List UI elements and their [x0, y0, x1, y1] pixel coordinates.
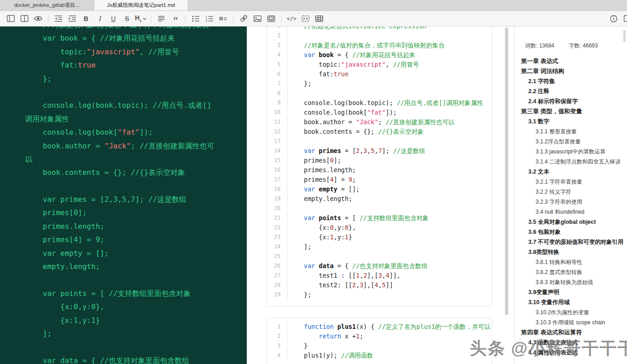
app-window: docker_jenkins_gitlab项目...Js权威指南阅读笔记part… [0, 0, 627, 364]
blockquote-icon[interactable]: “ [168, 13, 182, 25]
line-number: 8 [267, 89, 287, 98]
outline-item[interactable]: 3.8类型转换 [521, 247, 627, 257]
info-icon[interactable] [607, 13, 621, 25]
heading-icon[interactable]: H1 [134, 13, 148, 25]
outline-item[interactable]: 3.7 不可变的原始值和可变的对象引用 [521, 237, 627, 247]
figure-icon[interactable] [264, 13, 278, 25]
toolbar-separator [48, 15, 48, 22]
outline-item[interactable]: 3.8.3 对象转换为原始值 [521, 277, 627, 287]
line-number: 21 [267, 213, 287, 223]
line-number: 20 [267, 204, 287, 213]
outline-item[interactable]: 3.6 包装对象 [521, 227, 627, 237]
source-code: //对象是名/值对的集合，或字符串到值映射的集合 var book = { //… [0, 26, 247, 364]
panel-right-icon[interactable] [621, 13, 627, 25]
outline-item[interactable]: 3.10 变量作用域 [521, 297, 627, 307]
panel-sidebar-icon[interactable] [4, 13, 17, 25]
code-line: 16primes.length; [267, 165, 492, 175]
line-number: 4 [267, 351, 287, 360]
code-line: 1function plus1(x) { //定义了名为plus1的一个函数，并… [267, 322, 492, 332]
line-number: 17 [267, 175, 287, 185]
outline-item[interactable]: 3.1.3 javascript中的算数运算 [521, 147, 627, 157]
outline-item[interactable]: 3.8.1 转换和相等性 [521, 257, 627, 267]
code-icon[interactable]: </> [285, 13, 298, 25]
outline-item[interactable]: 3.10.3 作用域链 scope chain [521, 317, 627, 327]
outline-item[interactable]: 3.10.2作为属性的变量 [521, 307, 627, 317]
line-number: 14 [267, 146, 287, 156]
outline-item[interactable]: 3.5 全局对象global object [521, 217, 627, 227]
outline-item[interactable]: 3.4 null 和undefined [521, 207, 627, 217]
outline-item[interactable]: 第二章 词法结构 [521, 66, 627, 76]
code-block-icon[interactable] [298, 13, 312, 25]
source-editor-pane[interactable]: //对象是名/值对的集合，或字符串到值映射的集合 var book = { //… [0, 26, 247, 364]
task-list-icon[interactable] [216, 13, 230, 25]
line-number: 4 [267, 50, 287, 60]
line-number: 3 [267, 341, 287, 351]
outline-item[interactable]: 2.2 注释 [521, 86, 627, 96]
outline-item[interactable]: 第四章 表达式和运算符 [521, 327, 627, 338]
tabbar-empty [188, 0, 627, 11]
editor-line: primes[0]; [25, 206, 243, 219]
table-icon[interactable] [312, 13, 326, 25]
outline-item[interactable]: 第一章 表达式 [521, 56, 627, 66]
code-block[interactable]: 1function plus1(x) { //定义了名为plus1的一个函数，并… [266, 318, 492, 364]
bullet-list-icon[interactable] [189, 13, 202, 25]
outline-item[interactable]: 3.8.2 显式类型转换 [521, 267, 627, 277]
outline-item[interactable]: 3.1.2浮点型直接量 [521, 137, 627, 147]
line-number: 15 [267, 156, 287, 165]
preview-scrollbar[interactable] [505, 27, 508, 315]
editor-line: }; [25, 72, 243, 85]
italic-icon[interactable]: I [93, 13, 106, 25]
editor-line: book.contents = {}; //{}表示空对象 [25, 166, 243, 179]
code-line: 2 [267, 31, 492, 41]
line-number: 7 [267, 79, 287, 89]
preview-eye-icon[interactable] [31, 13, 45, 25]
outline-item[interactable]: 3.2.2 转义字符 [521, 187, 627, 197]
code-line: 29}; [267, 290, 492, 300]
code-line: 2 return x +1; [267, 332, 492, 341]
line-number: 2 [267, 31, 287, 41]
indent-icon[interactable] [65, 13, 79, 25]
outline-item[interactable]: 2.1 字符集 [521, 76, 627, 86]
outline-item[interactable]: 3.9变量声明 [521, 287, 627, 297]
tab-document[interactable]: docker_jenkins_gitlab项目... [0, 0, 94, 11]
editor-line: book.author = "Jack"; //直接创建新属性也可 [25, 139, 243, 153]
tab-active-document[interactable]: Js权威指南阅读笔记part1.md [94, 0, 188, 11]
outline-item[interactable]: 3.2 文本 [521, 167, 627, 177]
editor-line: primes[4] = 9; [25, 233, 243, 246]
columns-view-icon[interactable] [17, 13, 31, 25]
editor-line [25, 340, 243, 353]
ordered-list-icon[interactable]: 123 [202, 13, 216, 25]
image-icon[interactable] [250, 13, 264, 25]
bold-icon[interactable]: B [79, 13, 93, 25]
outline-item[interactable]: 3.1 数字 [521, 116, 627, 127]
line-number: 5 [267, 60, 287, 69]
outline-item[interactable]: 3.2.1 字符串直接量 [521, 177, 627, 187]
code-line: 24]; [267, 242, 492, 252]
editor-line: 以 [25, 153, 243, 166]
code-block[interactable]: 1//初始化表达式initialize expression2 3//对象是名/… [266, 26, 492, 306]
underline-icon[interactable]: U [106, 13, 120, 25]
code-line: 7}; [267, 79, 492, 89]
outline-item[interactable]: 第三章 类型，值和变量 [521, 106, 627, 116]
editor-line: {x:1,y:1} [25, 314, 243, 327]
code-line: 8 [267, 89, 492, 98]
outdent-icon[interactable] [52, 13, 65, 25]
line-number: 12 [267, 127, 287, 137]
outline-item[interactable]: 3.1.1 整形直接量 [521, 127, 627, 137]
strikethrough-icon[interactable]: S [120, 13, 134, 25]
line-number: 22 [267, 223, 287, 232]
outline-item[interactable]: 3.2.3 字符串的使用 [521, 197, 627, 207]
outline-scrollbar[interactable] [623, 30, 626, 42]
outline-item[interactable]: 2.4 标示符和保留字 [521, 96, 627, 106]
tab-bar: docker_jenkins_gitlab项目...Js权威指南阅读笔记part… [0, 0, 627, 11]
word-count: 词数: 13684 [525, 42, 554, 49]
outline-item[interactable]: 3.1.4 二进制浮点数和四舍五入错误 [521, 157, 627, 167]
toolbar: BIUSH1“123</> [0, 11, 627, 26]
code-line: 17primes[4] = 9; [267, 175, 492, 185]
code-line: 21var points = [ //支持数组里面包含对象 [267, 213, 492, 223]
link-icon[interactable] [237, 13, 250, 25]
editor-line: console.log(book.topic); //用点号.或者[] [25, 99, 243, 112]
line-number: 2 [267, 332, 287, 341]
paragraph-icon[interactable] [154, 13, 168, 25]
editor-line: var data = { //也支持对象里面包含数组 [25, 354, 243, 364]
